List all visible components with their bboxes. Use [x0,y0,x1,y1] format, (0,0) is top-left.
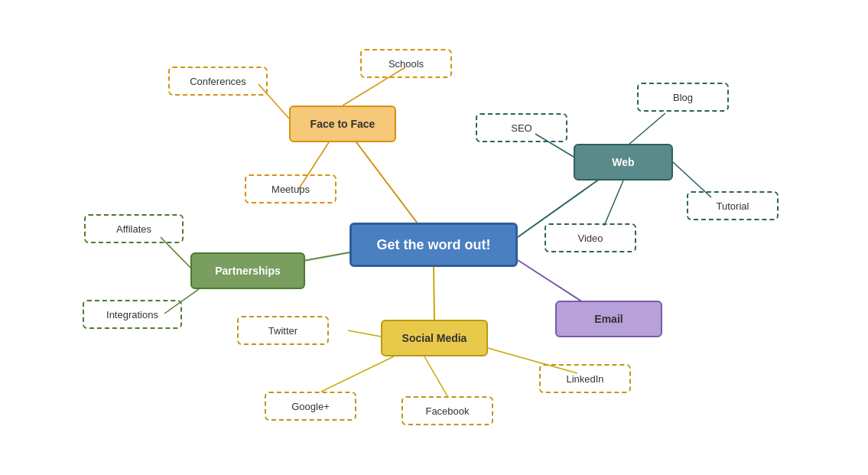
center-node: Get the word out! [349,223,518,267]
facebook-node: Facebook [401,396,493,425]
linkedin-label: LinkedIn [566,373,603,385]
blog-label: Blog [673,92,693,103]
email-node: Email [555,301,662,337]
seo-node: SEO [476,113,567,142]
affiliates-label: Affilates [116,223,151,235]
conferences-label: Conferences [190,76,246,87]
email-label: Email [594,313,623,325]
meetups-label: Meetups [271,184,310,195]
social-media-node: Social Media [381,320,488,356]
web-node: Web [574,144,673,181]
partnerships-label: Partnerships [215,265,281,277]
svg-line-12 [321,356,394,392]
svg-line-17 [604,181,623,226]
meetups-node: Meetups [245,174,336,203]
schools-node: Schools [360,49,452,78]
facebook-label: Facebook [425,405,469,417]
tutorial-label: Tutorial [717,200,749,212]
twitter-node: Twitter [237,316,329,345]
face-to-face-label: Face to Face [310,118,375,130]
svg-line-10 [348,330,381,337]
partnerships-node: Partnerships [190,252,305,289]
svg-line-2 [434,267,434,320]
schools-label: Schools [388,58,424,70]
integrations-label: Integrations [106,309,158,320]
twitter-label: Twitter [268,325,297,337]
google-plus-node: Google+ [265,392,356,421]
video-label: Video [577,233,603,244]
face-to-face-node: Face to Face [289,106,396,142]
svg-line-11 [424,356,447,396]
video-node: Video [545,223,636,252]
integrations-node: Integrations [83,300,182,329]
google-plus-label: Google+ [291,401,330,412]
tutorial-node: Tutorial [687,191,779,220]
social-media-label: Social Media [402,332,467,344]
conferences-node: Conferences [168,67,268,96]
web-label: Web [612,156,634,168]
affiliates-node: Affilates [84,214,184,243]
linkedin-node: LinkedIn [539,364,631,393]
center-label: Get the word out! [377,237,491,253]
blog-node: Blog [637,83,729,112]
seo-label: SEO [511,122,532,134]
